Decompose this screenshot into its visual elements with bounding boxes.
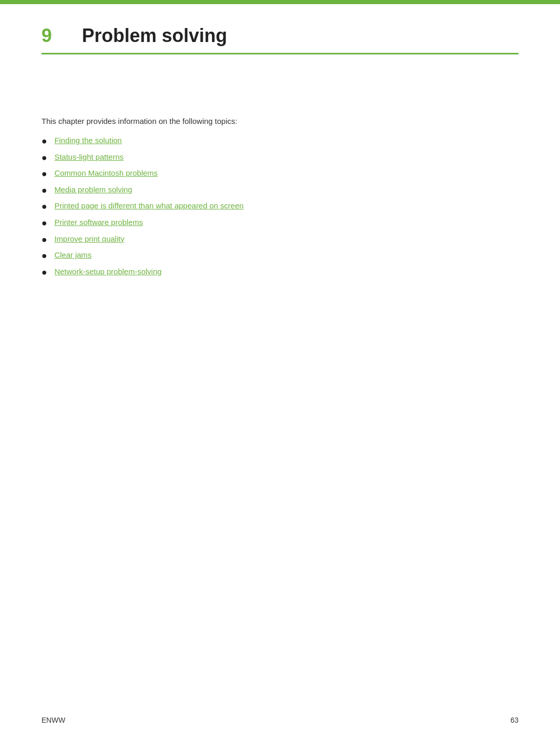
topic-link-4[interactable]: Printed page is different than what appe…	[54, 201, 244, 210]
topic-link-5[interactable]: Printer software problems	[54, 218, 143, 227]
footer: ENWW 63	[41, 716, 519, 724]
bullet-icon: ●	[41, 250, 47, 262]
bullet-icon: ●	[41, 185, 47, 196]
list-item: ●Status-light patterns	[41, 152, 519, 164]
list-item: ●Media problem solving	[41, 185, 519, 196]
topic-link-2[interactable]: Common Macintosh problems	[54, 168, 158, 177]
list-item: ●Common Macintosh problems	[41, 168, 519, 180]
intro-text: This chapter provides information on the…	[41, 117, 519, 125]
footer-left: ENWW	[41, 716, 65, 724]
list-item: ●Printer software problems	[41, 218, 519, 229]
topic-link-8[interactable]: Network-setup problem-solving	[54, 267, 162, 276]
bullet-icon: ●	[41, 136, 47, 147]
chapter-header: 9 Problem solving	[41, 25, 519, 54]
bullet-icon: ●	[41, 201, 47, 213]
list-item: ●Network-setup problem-solving	[41, 267, 519, 278]
top-bar	[0, 0, 560, 4]
topic-link-6[interactable]: Improve print quality	[54, 234, 124, 243]
topic-link-1[interactable]: Status-light patterns	[54, 152, 123, 161]
bullet-icon: ●	[41, 267, 47, 278]
list-item: ●Clear jams	[41, 250, 519, 262]
bullet-icon: ●	[41, 152, 47, 164]
topic-link-3[interactable]: Media problem solving	[54, 185, 132, 194]
topic-list: ●Finding the solution●Status-light patte…	[41, 136, 519, 278]
list-item: ●Improve print quality	[41, 234, 519, 246]
chapter-title: Problem solving	[82, 25, 227, 47]
bullet-icon: ●	[41, 218, 47, 229]
list-item: ●Printed page is different than what app…	[41, 201, 519, 213]
topic-link-0[interactable]: Finding the solution	[54, 136, 122, 145]
footer-right: 63	[510, 716, 519, 724]
bullet-icon: ●	[41, 234, 47, 246]
topic-link-7[interactable]: Clear jams	[54, 250, 92, 259]
bullet-icon: ●	[41, 168, 47, 180]
list-item: ●Finding the solution	[41, 136, 519, 147]
chapter-number: 9	[41, 25, 67, 47]
